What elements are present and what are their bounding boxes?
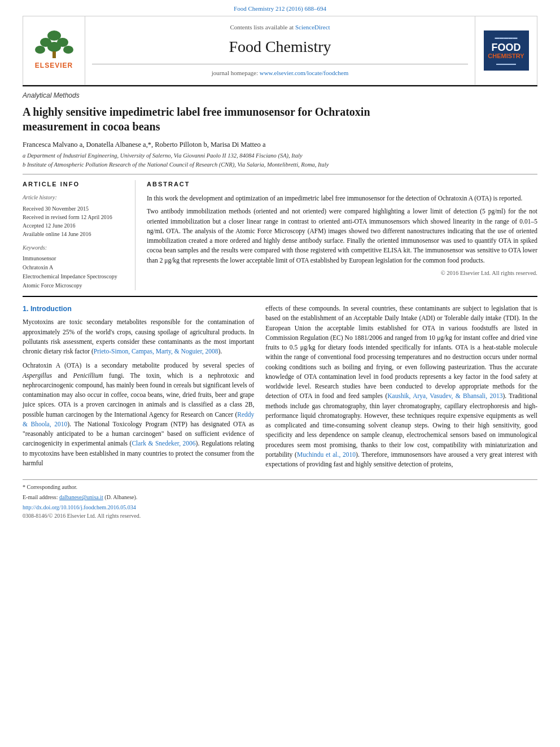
email-link[interactable]: dalbanese@unisa.it [59, 494, 103, 500]
journal-header: ELSEVIER Contents lists available at Sci… [23, 16, 537, 85]
article-history: Article history: Received 30 November 20… [23, 194, 126, 238]
info-abstract-section: ARTICLE INFO Article history: Received 3… [23, 180, 537, 290]
sciencedirect-line: Contents lists available at ScienceDirec… [230, 23, 330, 32]
ref-muchindu: Muchindu et al., 2010 [297, 451, 356, 458]
elsevier-logo: ELSEVIER [34, 30, 74, 71]
journal-title: Food Chemistry [229, 36, 331, 59]
abstract-para1: In this work the development and optimiz… [147, 194, 537, 203]
sciencedirect-link[interactable]: ScienceDirect [295, 24, 330, 30]
affiliation-b: b Institute of Atmospheric Pollution Res… [23, 161, 537, 169]
history-label: Article history: [23, 194, 126, 202]
homepage-url: www.elsevier.com/locate/foodchem [260, 69, 349, 76]
keyword-1: Immunosensor [23, 254, 126, 263]
abstract-text: In this work the development and optimiz… [147, 194, 537, 265]
section-divider-1 [23, 174, 537, 174]
food-chemistry-logo: ▬▬▬▬▬ FOOD CHEMISTRY ▬▬▬▬▬ [484, 30, 529, 71]
abstract-heading: ABSTRACT [147, 180, 537, 189]
svg-point-3 [35, 46, 45, 54]
abstract-para2: Two antibody immobilization methods (ori… [147, 207, 537, 265]
revised-date: Received in revised form 12 April 2016 [23, 213, 126, 221]
ref-kaushik: Kaushik, Arya, Vasudev, & Bhansali, 2013 [387, 392, 502, 399]
section-label: Analytical Methods [23, 91, 537, 101]
logo-chemistry-text: CHEMISTRY [487, 53, 526, 59]
journal-header-center: Contents lists available at ScienceDirec… [85, 16, 475, 85]
citation-text: Food Chemistry 212 (2016) 688–694 [234, 5, 326, 12]
keyword-3: Electrochemical Impedance Spectroscopy [23, 272, 126, 281]
keyword-4: Atomic Force Microscopy [23, 281, 126, 290]
received-date: Received 30 November 2015 [23, 204, 126, 213]
intro-para2: Ochratoxin A (OTA) is a secondary metabo… [23, 361, 254, 468]
ref-prieto: Prieto-Simon, Campas, Marty, & Noguier, … [94, 348, 218, 355]
homepage-line: journal homepage: www.elsevier.com/locat… [212, 69, 348, 78]
ref-clark: Clark & Snedeker, 2006 [132, 440, 195, 447]
intro-heading: 1. Introduction [23, 304, 254, 314]
top-citation-bar: Food Chemistry 212 (2016) 688–694 [0, 0, 560, 16]
svg-point-5 [63, 46, 73, 54]
title-crossmark-container: ✓ CrossMark A highly sensitive impedimet… [23, 104, 537, 139]
article-section: Analytical Methods ✓ CrossMark A highly … [23, 85, 537, 290]
corresponding-author-note: * Corresponding author. [23, 483, 537, 491]
copyright-line: © 2016 Elsevier Ltd. All rights reserved… [147, 269, 537, 277]
authors-line: Francesca Malvano a, Donatella Albanese … [23, 139, 537, 150]
accepted-date: Accepted 12 June 2016 [23, 221, 126, 230]
food-chemistry-logo-section: ▬▬▬▬▬ FOOD CHEMISTRY ▬▬▬▬▬ [475, 16, 537, 85]
affiliation-a: a Department of Industrial Engineering, … [23, 152, 537, 160]
article-info-col: ARTICLE INFO Article history: Received 3… [23, 180, 135, 290]
issn-line: 0308-8146/© 2016 Elsevier Ltd. All right… [23, 512, 537, 521]
logo-food-text: FOOD [487, 42, 526, 53]
article-info-heading: ARTICLE INFO [23, 180, 126, 189]
header-divider [92, 64, 468, 64]
elsevier-wordmark: ELSEVIER [35, 61, 73, 71]
left-column: 1. Introduction Mycotoxins are toxic sec… [23, 304, 254, 474]
keywords-section: Keywords: Immunosensor Ochratoxin A Elec… [23, 244, 126, 291]
right-column: effects of these compounds. In several c… [265, 304, 537, 474]
ref-reddy: Reddy & Bhoola, 2010 [23, 411, 254, 427]
available-date: Available online 14 June 2016 [23, 230, 126, 238]
main-content: 1. Introduction Mycotoxins are toxic sec… [23, 296, 537, 474]
article-title: A highly sensitive impedimetric label fr… [23, 104, 409, 134]
abstract-col: ABSTRACT In this work the development an… [147, 180, 537, 290]
elsevier-tree-icon [34, 30, 74, 61]
footer-section: * Corresponding author. E-mail address: … [23, 479, 537, 520]
intro-para1: Mycotoxins are toxic secondary metabolit… [23, 317, 254, 356]
keyword-2: Ochratoxin A [23, 263, 126, 272]
keywords-label: Keywords: [23, 244, 126, 252]
intro-para3: effects of these compounds. In several c… [265, 304, 537, 469]
doi-anchor[interactable]: http://dx.doi.org/10.1016/j.foodchem.201… [23, 504, 136, 510]
elsevier-logo-section: ELSEVIER [23, 16, 85, 85]
email-note: E-mail address: dalbanese@unisa.it (D. A… [23, 493, 537, 501]
doi-link[interactable]: http://dx.doi.org/10.1016/j.foodchem.201… [23, 504, 537, 512]
svg-rect-6 [53, 51, 56, 58]
svg-point-4 [47, 42, 61, 52]
